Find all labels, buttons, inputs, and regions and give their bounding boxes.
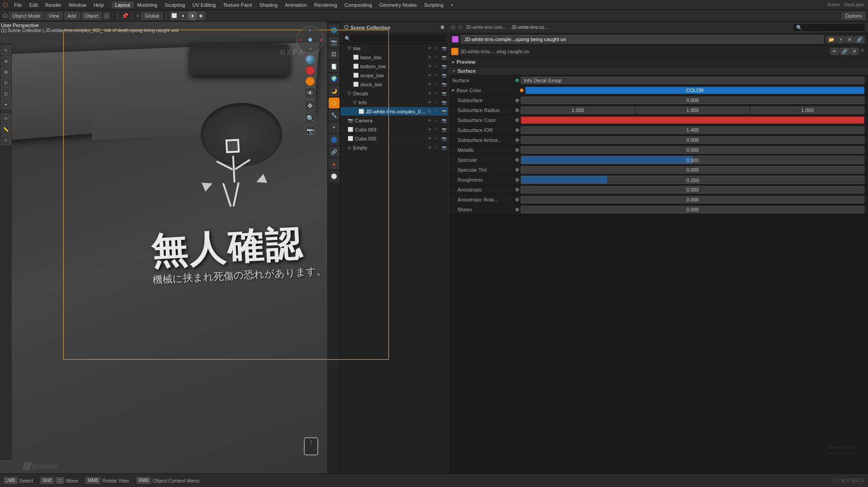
vis-icon[interactable]: 👁 (426, 82, 433, 87)
sheen-input[interactable]: 0.000 (521, 206, 864, 213)
vis-icon[interactable]: 👁 (426, 145, 433, 150)
tool-move[interactable]: ⊞ (1, 67, 11, 77)
workspace-texture-paint[interactable]: Texture Paint (219, 1, 255, 9)
preview-header[interactable]: ▶ Preview (448, 57, 868, 66)
viewport-red-btn[interactable] (306, 66, 315, 75)
props-tab-physics[interactable]: 🌀 (329, 134, 340, 145)
sel-icon[interactable]: ↖ (434, 55, 440, 60)
sel-icon[interactable]: ↖ (434, 136, 440, 141)
filter-icon[interactable]: ⚙ (440, 25, 444, 30)
workspace-animation[interactable]: Animation (281, 1, 311, 9)
vis-icon[interactable]: 👁 (426, 64, 433, 69)
outliner-item-base-low[interactable]: ⬜ base_low 👁 ↖ 📷 (340, 53, 448, 62)
vis-icon[interactable]: 👁 (426, 127, 433, 132)
sel-icon[interactable]: ↖ (434, 73, 440, 78)
props-tab-scene2[interactable]: 🌍 (329, 73, 340, 84)
outliner-search-input[interactable] (342, 34, 446, 42)
options-dropdown[interactable]: Options (842, 12, 865, 19)
metallic-input[interactable]: 0.000 (521, 146, 864, 154)
workspace-add[interactable]: + (447, 1, 457, 9)
roughness-input[interactable]: 0.250 (521, 176, 864, 184)
ren-icon[interactable]: 📷 (441, 64, 447, 69)
viewport-area[interactable]: ▶ ▶ 無人確認 機械に挟まれ死傷の恐れがあります。 User Perspect… (0, 22, 327, 473)
subsurf-rad-g[interactable]: 1.000 (636, 107, 750, 114)
tool-annotate[interactable]: ✏ (1, 113, 11, 123)
mat-new-btn[interactable]: + (837, 36, 844, 43)
bc-search[interactable] (793, 23, 865, 32)
workspace-geometry-nodes[interactable]: Geometry Nodes (376, 1, 420, 9)
specular-input[interactable]: 0.500 (521, 156, 864, 164)
outliner-item-cube005[interactable]: ⬜ Cube.005 👁 ↖ 📷 (340, 134, 448, 143)
workspace-compositing[interactable]: Compositing (341, 1, 376, 9)
ren-icon[interactable]: 📷 (441, 118, 447, 123)
viewport-look-icon[interactable]: 👁 (305, 88, 316, 98)
props-tab-constraints[interactable]: 🔗 (329, 146, 340, 157)
sel-icon[interactable]: ↖ (434, 64, 440, 69)
outliner-item-low[interactable]: ▽ low 👁 ↖ 📷 (340, 44, 448, 53)
outliner-item-info[interactable]: ▽ Info 👁 ↖ 📷 (340, 98, 448, 107)
props-tab-object[interactable]: ⬡ (329, 98, 340, 108)
subsurface-color-bar[interactable] (521, 117, 864, 124)
shading-solid[interactable]: ● (179, 12, 187, 20)
props-tab-material[interactable]: ⚪ (329, 171, 340, 182)
ren-icon[interactable]: 📷 (441, 73, 447, 78)
tool-scale[interactable]: ⊡ (1, 89, 11, 98)
node-options-icon[interactable]: ⚙ (859, 48, 865, 55)
sel-icon[interactable]: ↖ (434, 91, 440, 96)
tool-add[interactable]: + (1, 135, 11, 145)
ren-icon[interactable]: 📷 (441, 136, 447, 141)
viewport-move-icon[interactable]: ✥ (305, 100, 316, 111)
menu-window[interactable]: Window (65, 1, 90, 9)
workspace-rendering[interactable]: Rendering (311, 1, 341, 9)
menu-file[interactable]: File (10, 1, 26, 9)
vis-icon[interactable]: 👁 (426, 136, 433, 141)
subsurf-ior-input[interactable]: 1.400 (521, 126, 864, 134)
viewport-mode-sphere[interactable] (306, 55, 315, 64)
tool-cursor[interactable]: ⊕ (1, 56, 11, 66)
base-color-input[interactable]: COLOR (525, 87, 864, 94)
ren-icon[interactable]: 📷 (441, 127, 447, 132)
sel-icon[interactable]: ↖ (434, 127, 440, 132)
workspace-uv-editing[interactable]: UV Editing (189, 1, 219, 9)
workspace-sculpting[interactable]: Sculpting (161, 1, 189, 9)
tool-rotate[interactable]: ↻ (1, 78, 11, 88)
outliner-item-bottom-low[interactable]: ⬜ bottom_low 👁 ↖ 📷 (340, 62, 448, 71)
sel-icon[interactable]: ↖ (434, 109, 440, 114)
vis-icon[interactable]: 👁 (426, 118, 433, 123)
sel-icon[interactable]: ↖ (434, 100, 440, 105)
sel-icon[interactable]: ↖ (434, 82, 440, 87)
outliner-item-empty[interactable]: ◇ Empty 👁 ↖ 📷 (340, 143, 448, 152)
props-tab-particles[interactable]: ✦ (329, 122, 340, 133)
spec-tint-input[interactable]: 0.000 (521, 166, 864, 173)
anisotropic-input[interactable]: 0.000 (521, 186, 864, 193)
vis-icon[interactable]: 👁 (426, 55, 433, 60)
vis-icon[interactable]: 👁 (426, 73, 433, 78)
outliner-item-cube003[interactable]: ⬜ Cube.003 👁 ↖ 📷 (340, 125, 448, 134)
nav-gizmo[interactable]: Y -Y X -X (297, 26, 324, 53)
tool-select[interactable]: ↖ (1, 45, 11, 55)
ren-icon[interactable]: 📷 (441, 91, 447, 96)
menu-edit[interactable]: Edit (26, 1, 42, 9)
ren-icon[interactable]: 📷 (441, 46, 447, 51)
vis-icon[interactable]: 👁 (426, 100, 433, 105)
surface-header[interactable]: ▼ Surface (448, 67, 868, 75)
subsurf-anisot-input[interactable]: 0.000 (521, 136, 864, 144)
add-menu[interactable]: Add (64, 12, 80, 19)
ren-icon[interactable]: 📷 (441, 55, 447, 60)
ren-icon[interactable]: 📷 (441, 82, 447, 87)
object-mode-dropdown[interactable]: Object Mode (9, 12, 43, 19)
vis-icon[interactable]: 👁 (426, 46, 433, 51)
bc-icon-node[interactable]: ⬡ (457, 24, 464, 30)
props-tab-output[interactable]: 🖼 (329, 49, 340, 60)
node-link-btn[interactable]: 🔗 (840, 48, 849, 55)
viewport-zoom-icon[interactable]: 🔍 (305, 113, 316, 124)
tool-measure[interactable]: 📏 (1, 124, 11, 134)
outliner-item-stock-low[interactable]: ⬜ stock_low 👁 ↖ 📷 (340, 80, 448, 89)
object-menu[interactable]: Object (81, 12, 102, 19)
subsurf-rad-r[interactable]: 1.000 (521, 107, 635, 114)
blender-logo[interactable]: ⬡ (0, 0, 10, 9)
surface-type-dropdown[interactable]: Info Decal Group (521, 77, 864, 84)
material-color-swatch[interactable] (452, 36, 458, 42)
outliner-item-scope-low[interactable]: ⬜ scope_low 👁 ↖ 📷 (340, 71, 448, 80)
vis-icon[interactable]: 👁 (426, 91, 433, 96)
